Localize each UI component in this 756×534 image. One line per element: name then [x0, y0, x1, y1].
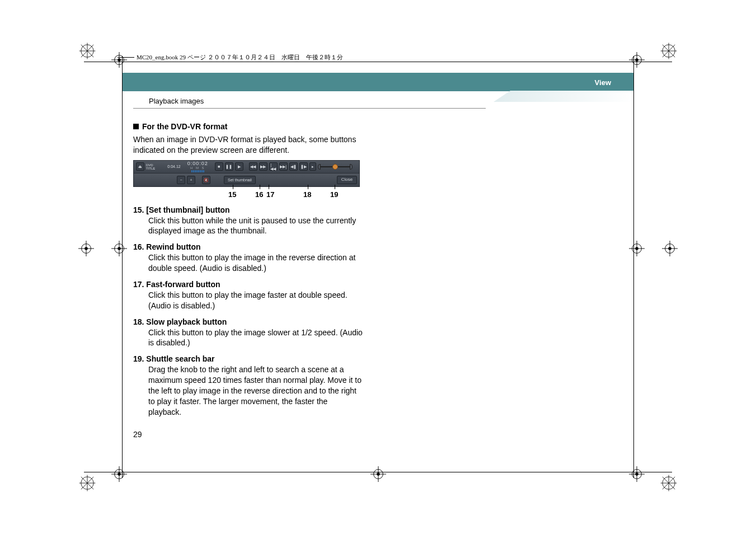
def-body: Click this button while the unit is paus…: [148, 216, 363, 237]
shuttle-search-bar[interactable]: [318, 163, 353, 170]
definition-item: 19. Shuttle search bar Drag the knob to …: [133, 354, 363, 417]
decorative-stripe: [494, 91, 633, 102]
callout-17: 17: [266, 190, 274, 200]
svg-point-43: [118, 247, 121, 250]
fast-forward-button[interactable]: ▶▶: [259, 162, 267, 171]
callout-19: 19: [330, 190, 338, 200]
crosshair-mark-icon: [111, 466, 127, 482]
section-title: Playback images: [149, 97, 204, 105]
frame-line: [633, 56, 634, 478]
dvd-title-label: DVD TITLE: [146, 163, 155, 170]
def-body: Click this button to play the image in t…: [148, 252, 363, 274]
svg-point-35: [635, 472, 638, 476]
registration-mark-icon: [78, 474, 96, 492]
svg-point-55: [377, 472, 380, 476]
def-body: Click this button to play the image slow…: [148, 327, 363, 349]
svg-point-51: [635, 247, 638, 250]
registration-mark-icon: [660, 42, 678, 60]
page-number: 29: [133, 430, 142, 439]
document-header-text: MC20_eng.book 29 ページ ２００７年１０月２４日 水曜日 午後２…: [137, 53, 343, 62]
callout-row: 15 16 17 18 19: [133, 188, 360, 202]
crosshair-mark-icon: [629, 466, 645, 482]
document-header-tag: MC20_eng.book 29 ページ ２００７年１０月２４日 水曜日 午後２…: [118, 53, 343, 62]
def-title: Rewind button: [146, 242, 200, 251]
registration-mark-icon: [78, 42, 96, 60]
skip-forward-button[interactable]: ▶▶|: [279, 162, 288, 171]
rewind-button[interactable]: ◀◀: [249, 162, 257, 171]
callout-16: 16: [255, 190, 263, 200]
def-num: 19.: [133, 354, 144, 363]
svg-point-47: [668, 247, 672, 250]
callout-18: 18: [303, 190, 311, 200]
def-body: Click this button to play the image fast…: [148, 290, 363, 311]
definition-item: 17. Fast-forward button Click this butto…: [133, 279, 363, 311]
frame-line: [122, 56, 123, 478]
eject-icon: ⏏: [136, 162, 144, 171]
subheading-text: For the DVD-VR format: [142, 121, 227, 132]
def-title: Fast-forward button: [146, 280, 220, 289]
bullet-square-icon: [133, 124, 139, 129]
def-title: [Set thumbnail] button: [146, 205, 229, 214]
def-title: Shuttle search bar: [146, 354, 214, 363]
toolbar-figure: ⏏ DVD TITLE 0:04.12 0:00:02 H M S ■ ❚❚ ▶…: [133, 160, 360, 187]
section-header-bar: View: [123, 73, 633, 91]
def-body: Drag the knob to the right and left to s…: [148, 364, 363, 417]
subheading: For the DVD-VR format: [133, 121, 363, 132]
definition-item: 16. Rewind button Click this button to p…: [133, 242, 363, 274]
crosshair-mark-icon: [629, 241, 645, 256]
crosshair-mark-icon: [111, 241, 127, 256]
callout-15: 15: [228, 190, 236, 200]
zoom-in-button[interactable]: +: [187, 176, 195, 184]
definition-item: 18. Slow playback button Click this butt…: [133, 317, 363, 349]
svg-point-27: [635, 58, 638, 62]
registration-mark-icon: [660, 474, 678, 492]
crosshair-mark-icon: [662, 241, 678, 256]
page-content: For the DVD-VR format When an image in D…: [133, 121, 363, 423]
step-button[interactable]: ▸: [309, 162, 316, 171]
crosshair-mark-icon: [78, 241, 94, 256]
crosshair-mark-icon: [370, 466, 386, 482]
def-num: 15.: [133, 205, 144, 214]
stop-button[interactable]: ■: [215, 162, 223, 171]
mute-button[interactable]: 🔇: [202, 176, 210, 184]
definition-item: 15. [Set thumbnail] button Click this bu…: [133, 205, 363, 237]
section-header-label: View: [595, 78, 611, 86]
close-button[interactable]: Close: [337, 176, 357, 184]
def-num: 17.: [133, 280, 144, 289]
intro-paragraph: When an image in DVD-VR format is played…: [133, 134, 363, 156]
time-units: H M S: [190, 166, 205, 170]
section-underline: [133, 108, 486, 109]
crosshair-mark-icon: [629, 52, 645, 68]
set-thumbnail-button[interactable]: Set thumbnail: [224, 176, 256, 184]
elapsed-time: 0:04.12: [167, 164, 180, 169]
pause-button[interactable]: ❚❚: [225, 162, 233, 171]
skip-back-button[interactable]: |◀◀: [269, 162, 278, 171]
svg-point-39: [84, 247, 88, 250]
slow-forward-button[interactable]: ❚▶: [299, 162, 308, 171]
zoom-out-button[interactable]: −: [177, 176, 185, 184]
svg-point-31: [118, 472, 121, 476]
progress-bars-icon: [191, 170, 204, 172]
def-num: 18.: [133, 317, 144, 326]
frame-line: [84, 62, 672, 62]
def-num: 16.: [133, 242, 144, 251]
playback-time: 0:00:02: [187, 161, 208, 166]
def-title: Slow playback button: [146, 317, 227, 326]
play-button[interactable]: ▶: [235, 162, 243, 171]
slow-reverse-button[interactable]: ◀❚: [289, 162, 298, 171]
shuttle-knob-icon[interactable]: [332, 164, 338, 170]
